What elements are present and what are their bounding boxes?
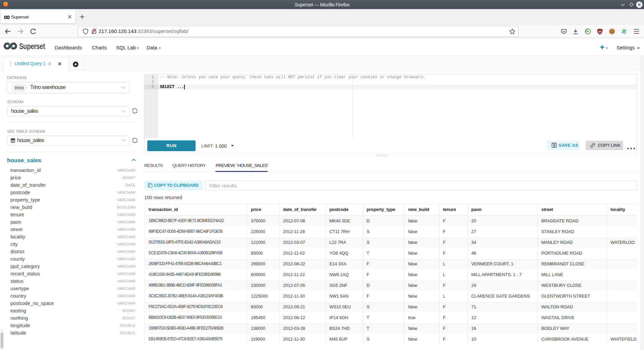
svg-text:uo: uo bbox=[599, 32, 601, 34]
